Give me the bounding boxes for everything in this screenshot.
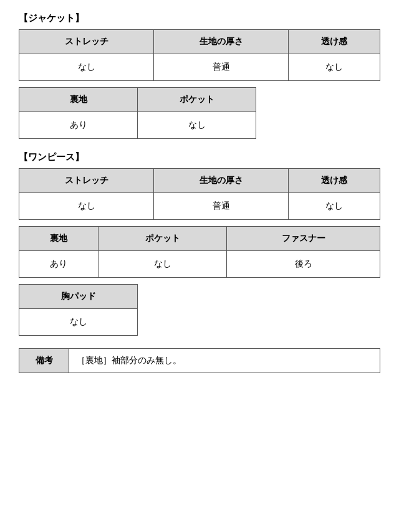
jacket-section: 【ジャケット】 ストレッチ 生地の厚さ 透け感 なし 普通 なし <box>19 12 380 139</box>
onepiece-title: 【ワンピース】 <box>19 151 380 163</box>
onepiece-cell-fastener: 後ろ <box>227 251 380 278</box>
remarks-section: 備考 ［裏地］袖部分のみ無し。 <box>19 348 380 373</box>
remarks-label: 備考 <box>19 349 69 373</box>
onepiece-cell-lining: あり <box>19 251 99 278</box>
onepiece-cell-transparency: なし <box>289 193 380 220</box>
onepiece-header-fastener: ファスナー <box>227 227 380 251</box>
jacket-header-stretch: ストレッチ <box>19 30 154 54</box>
jacket-header-pocket: ポケット <box>138 88 256 112</box>
jacket-cell-transparency: なし <box>289 54 380 81</box>
jacket-cell-lining: あり <box>19 112 138 139</box>
onepiece-cell-stretch: なし <box>19 193 154 220</box>
onepiece-cell-thickness: 普通 <box>154 193 289 220</box>
jacket-table2: 裏地 ポケット あり なし <box>19 87 380 139</box>
jacket-header-thickness: 生地の厚さ <box>154 30 289 54</box>
jacket-title: 【ジャケット】 <box>19 12 380 24</box>
onepiece-header-lining: 裏地 <box>19 227 99 251</box>
jacket-header-lining: 裏地 <box>19 88 138 112</box>
jacket-table1: ストレッチ 生地の厚さ 透け感 なし 普通 なし <box>19 29 380 81</box>
remarks-text: ［裏地］袖部分のみ無し。 <box>69 349 380 373</box>
onepiece-table2: 裏地 ポケット ファスナー あり なし 後ろ <box>19 226 380 278</box>
jacket-cell-pocket: なし <box>138 112 256 139</box>
jacket-cell-stretch: なし <box>19 54 154 81</box>
onepiece-header-chest-pad: 胸パッド <box>19 285 138 309</box>
onepiece-cell-chest-pad: なし <box>19 309 138 336</box>
onepiece-table1: ストレッチ 生地の厚さ 透け感 なし 普通 なし <box>19 168 380 220</box>
onepiece-cell-pocket: なし <box>99 251 227 278</box>
onepiece-header-thickness: 生地の厚さ <box>154 169 289 193</box>
onepiece-header-pocket: ポケット <box>99 227 227 251</box>
onepiece-section: 【ワンピース】 ストレッチ 生地の厚さ 透け感 なし 普通 なし <box>19 151 380 336</box>
onepiece-header-transparency: 透け感 <box>289 169 380 193</box>
onepiece-table3: 胸パッド なし <box>19 284 380 336</box>
onepiece-header-stretch: ストレッチ <box>19 169 154 193</box>
jacket-cell-thickness: 普通 <box>154 54 289 81</box>
jacket-header-transparency: 透け感 <box>289 30 380 54</box>
